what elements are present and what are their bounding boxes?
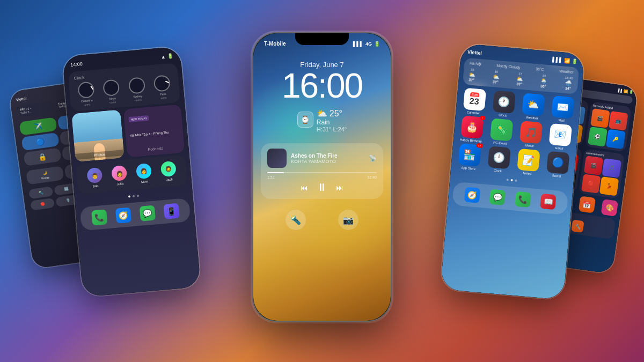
clock-home-icon: 🕐	[492, 90, 515, 113]
lib-app-ent3[interactable]: 🔴	[581, 174, 601, 194]
lib-app-ent1[interactable]: 🎬	[583, 156, 603, 175]
app-music-home[interactable]: 🎵 Music	[516, 121, 545, 149]
cupertino-label: Cupertino	[81, 99, 93, 103]
home-wifi-icon: 📶	[564, 58, 570, 64]
lib-app-vtv[interactable]: 📺	[609, 111, 628, 131]
lib-app-ent4[interactable]: 💃	[599, 176, 619, 196]
lib-app-key[interactable]: 🔑	[606, 129, 626, 149]
record-icon: 🔴	[40, 202, 45, 206]
lib-util-4[interactable]: 🔧	[571, 220, 584, 233]
dock-phone[interactable]: 📞	[91, 209, 107, 225]
lib-single-1[interactable]: 📅	[578, 196, 596, 213]
clock-face-cupertino	[77, 82, 95, 99]
music-progress-fill	[267, 172, 284, 173]
screen-widgets: 14:00 ▲ 🔋 Clock Cupertino -1HRS	[62, 46, 201, 297]
camera-shortcut[interactable]: 📷	[338, 210, 358, 230]
lib-app-cycling[interactable]: ⚽	[588, 127, 608, 146]
app-appstore-home[interactable]: 🏪 47 App Store	[455, 143, 484, 171]
network-type-label: 4G	[365, 41, 372, 47]
gmail-label: Gmail	[546, 145, 572, 151]
battery-icon-lock: 🔋	[374, 41, 380, 47]
music-thumbnail	[267, 149, 287, 168]
dock-safari-right[interactable]: 🧭	[464, 187, 480, 203]
music-time-display: 1:52 32:40	[267, 175, 377, 179]
lib-app-cgv[interactable]: 🎬	[590, 108, 610, 128]
app-clock-home[interactable]: 🕐 Clock	[489, 90, 518, 118]
airplay-icon[interactable]: 📡	[369, 154, 377, 162]
birthday-icon: 🎂 !	[460, 115, 484, 138]
dock-phone-right[interactable]: 📞	[515, 191, 531, 208]
torch-shortcut[interactable]: 🔦	[286, 210, 306, 230]
music-prev-button[interactable]: ⏮	[301, 183, 308, 192]
music-info: Ashes on The Fire KOHTA YAMAMOTO	[291, 153, 364, 164]
dock-messages[interactable]: 💬	[139, 205, 155, 221]
app-birthday[interactable]: 🎂 ! Happy Birthday	[458, 115, 486, 143]
forecast-17: 17 ⛅ 37°	[516, 72, 523, 86]
weather-home-icon: ⛅	[522, 93, 545, 116]
forecast-15-icon: ⛅	[469, 71, 475, 78]
sydney-offset: +3HRS	[134, 99, 141, 102]
music-home-icon: 🎵	[519, 121, 542, 144]
music-play-button[interactable]: ⏸	[317, 181, 327, 194]
app-calendar[interactable]: SUN 23 Calendar	[460, 87, 488, 115]
lib-app-ent2[interactable]: 🎵	[602, 158, 621, 178]
cc-tile-lock[interactable]: 🔒	[23, 147, 61, 166]
dock-safari[interactable]: 🧭	[115, 207, 131, 223]
forecast-15-time: 15	[471, 68, 474, 71]
clock-face-sydney	[128, 77, 146, 94]
music-player[interactable]: Ashes on The Fire KOHTA YAMAMOTO 📡 1:52 …	[261, 143, 383, 199]
phones-container: Viettel ● TẬP 71 - Tuần T... Today Today…	[0, 0, 644, 362]
clock-widget: Clock Cupertino -1HRS	[68, 63, 180, 112]
cc-tile-torch[interactable]: 🔦	[28, 186, 53, 199]
dock-viber[interactable]: 📱	[163, 203, 179, 219]
lock-carrier: T-Mobile	[264, 41, 286, 47]
forecast-1840-temp: 34°	[565, 86, 571, 91]
cupertino-offset: -1HRS	[84, 103, 90, 106]
podcast-badge: NEW 26 MAY	[128, 115, 149, 122]
battery-icon: 🔋	[167, 53, 173, 59]
signal-bars-icon: ▌▌▌	[353, 41, 363, 47]
avatar-mom: 👩	[136, 163, 152, 179]
forecast-18-icon: 🌦️	[540, 78, 547, 84]
app-covid[interactable]: 🦠 PC-Covid	[487, 118, 515, 146]
paris-label: Paris	[160, 92, 166, 96]
cc-tile-record[interactable]: 🔴	[30, 198, 55, 211]
app-clock2[interactable]: 🕛 Clock	[485, 146, 513, 174]
lock-icon: 🔒	[38, 152, 47, 161]
lib-folder-recent-icons: 🎬 📺 ⚽ 🔑	[588, 108, 628, 149]
avatar-julia: 👩	[111, 165, 127, 181]
lock-weather-details: ⛅ 25° Rain H:31° L:24°	[317, 108, 347, 132]
cc-tile-focus[interactable]: 🌙 Focus	[26, 166, 64, 184]
calc-icon: 🔢	[64, 187, 69, 191]
app-weather-home[interactable]: ⛅ Weather	[519, 93, 547, 121]
weather-desc-home: Mostly Cloudy	[496, 64, 520, 70]
dot-3	[137, 195, 139, 197]
forecast-16-time: 16	[494, 70, 498, 73]
clock2-icon: 🕛	[487, 146, 510, 169]
weather-home-label: Weather	[519, 115, 545, 121]
forecast-16: 16 ⛅ 37°	[492, 70, 500, 84]
weather-temp-label: 25°	[330, 109, 342, 119]
weather-emoji-icon: ⛅	[317, 108, 327, 119]
home-battery-icon: 🔋	[572, 58, 578, 64]
app-gmail[interactable]: 📧 Gmail	[546, 123, 574, 151]
music-artist: KOHTA YAMAMOTO	[291, 159, 364, 164]
min-hand-cup	[93, 86, 94, 90]
lib-icons: ▌▌ 📶 🔋	[618, 88, 634, 94]
dock-reader-right[interactable]: 📖	[540, 194, 556, 210]
music-next-button[interactable]: ⏭	[336, 183, 343, 192]
forecast-1840-time: 18:40	[565, 76, 573, 80]
app-mail-home[interactable]: ✉️ Mail	[548, 95, 576, 123]
forecast-1840: 18:40 🌧️ 34°	[564, 76, 573, 91]
app-notes-home[interactable]: 📝 Notes	[514, 148, 543, 176]
music-elapsed: 1:52	[267, 175, 275, 179]
phone-center: T-Mobile ▌▌▌ 4G 🔋 Friday, June 7 16:00 ⌚	[252, 32, 392, 322]
lib-single-figma[interactable]: 🎨	[601, 199, 618, 217]
social-label: Social	[543, 173, 569, 179]
contact-bob: 👨 Bob	[86, 167, 103, 188]
app-social[interactable]: 🔵 Social	[543, 151, 572, 179]
temp-row: ⛅ 25°	[317, 108, 347, 119]
hour-hand-tok	[119, 86, 120, 87]
torch-icon: 🔦	[39, 190, 43, 195]
dock-messages-right[interactable]: 💬	[489, 189, 506, 205]
